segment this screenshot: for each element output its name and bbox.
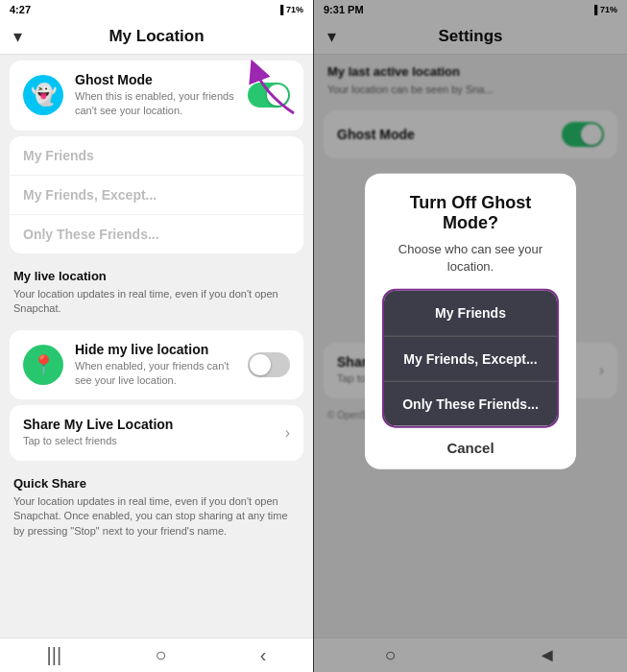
friends-option-3-label: Only These Friends... [23, 227, 290, 242]
share-live-chevron: › [285, 424, 290, 442]
friends-option-2-label: My Friends, Except... [23, 187, 290, 203]
ghost-mode-modal: Turn Off Ghost Mode? Choose who can see … [365, 174, 576, 469]
hide-live-title: Hide my live location [75, 342, 236, 357]
ghost-text-block: Ghost Mode When this is enabled, your fr… [75, 72, 236, 119]
ghost-icon-wrap: 👻 [23, 75, 63, 115]
left-status-bar: 4:27 ▐ 71% [0, 0, 313, 19]
hide-live-text-block: Hide my live location When enabled, your… [75, 342, 236, 389]
left-page-title: My Location [109, 27, 204, 46]
live-location-sublabel: Your location updates in real time, even… [0, 287, 313, 324]
live-location-section: My live location Your location updates i… [0, 259, 313, 324]
friends-option-1-label: My Friends [23, 148, 290, 163]
quick-share-label: Quick Share [0, 467, 313, 494]
right-phone-panel: 9:31 PM ▐ 71% ▾ Settings My last active … [314, 0, 627, 672]
friends-option-1-text: My Friends [23, 148, 290, 163]
left-nav-bar: ▾ My Location [0, 19, 313, 55]
ghost-subtitle: When this is enabled, your friends can't… [75, 89, 236, 119]
left-time: 4:27 [10, 4, 31, 15]
hide-live-icon-wrap: 📍 [23, 345, 63, 385]
left-content: 👻 Ghost Mode When this is enabled, your … [0, 55, 313, 637]
home-nav-icon[interactable]: ||| [47, 644, 62, 666]
share-live-title: Share My Live Location [23, 417, 274, 432]
share-live-item[interactable]: Share My Live Location Tap to select fri… [10, 405, 303, 460]
modal-option-only-these[interactable]: Only These Friends... [384, 381, 557, 425]
battery-icon: ▐ 71% [277, 5, 303, 14]
share-live-card: Share My Live Location Tap to select fri… [10, 405, 303, 460]
modal-option-my-friends-except[interactable]: My Friends, Except... [384, 336, 557, 381]
modal-subtitle: Choose who can see your location. [382, 241, 559, 276]
quick-share-sublabel: Your location updates in real time, even… [0, 494, 313, 546]
ghost-icon: 👻 [31, 83, 57, 108]
ghost-toggle[interactable] [248, 83, 290, 108]
friends-option-1[interactable]: My Friends [10, 136, 303, 176]
location-pin-icon: 📍 [32, 353, 56, 376]
friends-option-2-text: My Friends, Except... [23, 187, 290, 203]
hide-live-item[interactable]: 📍 Hide my live location When enabled, yo… [10, 330, 303, 400]
left-status-icons: ▐ 71% [277, 5, 303, 14]
modal-option-my-friends[interactable]: My Friends [384, 291, 557, 336]
modal-options-list: My Friends My Friends, Except... Only Th… [382, 289, 559, 428]
circle-nav-icon[interactable]: ○ [155, 644, 166, 666]
left-back-icon[interactable]: ▾ [13, 26, 22, 47]
modal-cancel-button[interactable]: Cancel [382, 440, 559, 456]
hide-live-subtitle: When enabled, your friends can't see you… [75, 359, 236, 389]
modal-title: Turn Off Ghost Mode? [382, 193, 559, 233]
share-live-text-block: Share My Live Location Tap to select fri… [23, 417, 274, 448]
friends-option-3-text: Only These Friends... [23, 227, 290, 242]
live-location-label: My live location [0, 259, 313, 287]
quick-share-section: Quick Share Your location updates in rea… [0, 467, 313, 546]
ghost-title: Ghost Mode [75, 72, 236, 87]
hide-live-toggle[interactable] [248, 352, 290, 377]
share-live-subtitle: Tap to select friends [23, 434, 274, 448]
back-nav-icon[interactable]: ‹ [260, 644, 267, 666]
friends-options-card: My Friends My Friends, Except... Only Th… [10, 136, 303, 253]
hide-live-card: 📍 Hide my live location When enabled, yo… [10, 330, 303, 400]
friends-option-3[interactable]: Only These Friends... [10, 215, 303, 253]
left-bottom-nav: ||| ○ ‹ [0, 637, 313, 672]
left-phone-panel: 4:27 ▐ 71% ▾ My Location 👻 Ghost Mode Wh… [0, 0, 314, 672]
friends-option-2[interactable]: My Friends, Except... [10, 176, 303, 215]
ghost-mode-card: 👻 Ghost Mode When this is enabled, your … [10, 60, 303, 131]
ghost-mode-item[interactable]: 👻 Ghost Mode When this is enabled, your … [10, 60, 303, 131]
